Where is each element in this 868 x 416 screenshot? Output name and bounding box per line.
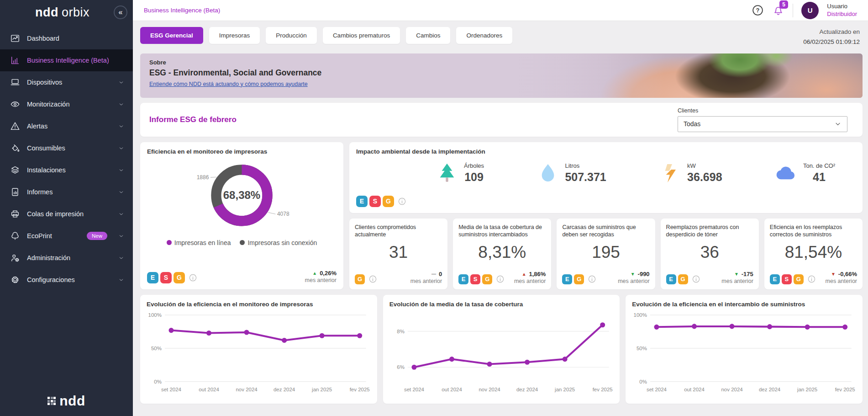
svg-text:nov 2024: nov 2024	[479, 386, 500, 392]
chevron-down-icon	[118, 189, 125, 196]
sidebar-item-informes[interactable]: Informes	[0, 181, 133, 203]
chevron-down-icon	[118, 233, 125, 240]
tab-impresoras[interactable]: Impresoras	[209, 27, 260, 44]
kpi-value: 36	[666, 243, 753, 262]
sidebar-collapse-button[interactable]: «	[114, 5, 127, 19]
sidebar-item-dashboard[interactable]: Dashboard	[0, 27, 133, 49]
metric-label: Árboles	[464, 162, 484, 169]
tree-filled-icon	[436, 162, 458, 184]
line-chart: 0%50%100%set 2024out 2024nov 2024dez 202…	[147, 309, 371, 395]
sidebar-item-colas-de-impresion[interactable]: Colas de impresión	[0, 203, 133, 225]
esg-badge-g: G	[355, 274, 365, 284]
sidebar-item-business-intelligence[interactable]: Business Intelligence (Beta)	[0, 49, 133, 71]
banner-link[interactable]: Entiende cómo NDD está actuando y cómo p…	[149, 81, 308, 87]
kpi-esg-badges: ESG	[770, 274, 816, 284]
sidebar-item-ecoprint[interactable]: EcoPrintNew	[0, 225, 133, 247]
kpi-value: 195	[562, 243, 649, 262]
sidebar-item-label: Configuraciones	[27, 276, 111, 283]
esg-badge-e: E	[356, 196, 368, 207]
sidebar-item-label: Consumibles	[27, 144, 111, 152]
esg-badge-g: G	[383, 196, 394, 207]
metric-value: 36.698	[687, 171, 722, 184]
line-chart-card: Evolución de la eficiencia en el interca…	[626, 295, 863, 404]
kpi-esg-badges: EG	[666, 274, 700, 284]
sidebar-item-instalaciones[interactable]: Instalaciones	[0, 159, 133, 181]
kpi-title: Reemplazos prematuros con desperdicio de…	[666, 224, 753, 239]
tabs-row: ESG GerencialImpresorasProducciónCambios…	[140, 27, 863, 48]
alert-triangle-icon	[10, 121, 20, 131]
dashboard-icon	[10, 33, 20, 43]
info-icon[interactable]	[398, 197, 406, 206]
tab-cambios[interactable]: Cambios	[406, 27, 450, 44]
svg-text:nov 2024: nov 2024	[721, 386, 743, 392]
svg-text:nov 2024: nov 2024	[236, 386, 258, 392]
tab-ordenadores[interactable]: Ordenadores	[456, 27, 512, 44]
app-logo: nddorbix	[11, 5, 114, 20]
trend: ▼-175 mes anterior	[721, 271, 753, 284]
legend-item: Impresoras sin conexión	[240, 239, 317, 246]
sidebar-item-label: Instalaciones	[27, 166, 111, 174]
tab-producci-n[interactable]: Producción	[266, 27, 317, 44]
info-icon[interactable]	[588, 275, 596, 283]
info-icon[interactable]	[692, 275, 700, 283]
banner-title: ESG - Environmental, Social and Governan…	[149, 68, 853, 78]
chevron-down-icon	[118, 123, 125, 130]
notifications-bell-icon[interactable]: 5	[772, 4, 784, 16]
esg-badge-s: S	[470, 274, 480, 284]
kpi-footer: G —0 mes anterior	[355, 271, 442, 284]
help-icon[interactable]: ?	[752, 4, 764, 16]
last-updated-label: Actualizado en	[803, 27, 860, 37]
svg-text:out 2024: out 2024	[199, 386, 219, 392]
svg-text:set 2024: set 2024	[404, 386, 425, 392]
svg-text:out 2024: out 2024	[684, 386, 705, 392]
metric-label: kW	[687, 162, 722, 169]
trend-label: mes anterior	[514, 278, 546, 284]
sidebar-item-configuraciones[interactable]: Configuraciones	[0, 269, 133, 291]
clients-select[interactable]: Todas	[678, 116, 847, 132]
gear-icon	[10, 275, 20, 285]
svg-text:jan 2025: jan 2025	[797, 386, 817, 392]
trend-down-icon: ▼	[631, 272, 635, 277]
trend-down-icon: ▼	[734, 272, 739, 277]
tab-esg-gerencial[interactable]: ESG Gerencial	[140, 27, 203, 44]
sidebar-item-monitorizacion[interactable]: Monitorización	[0, 93, 133, 115]
sidebar-item-alertas[interactable]: Alertas	[0, 115, 133, 137]
chart-title: Evolución de la media de la tasa de cobe…	[389, 301, 614, 308]
ink-drop-icon	[10, 143, 20, 153]
topbar-divider	[793, 4, 793, 17]
user-menu[interactable]: Usuario Distribuidor	[827, 3, 857, 18]
printer-icon	[10, 209, 20, 219]
trend-label: mes anterior	[721, 278, 753, 284]
sidebar-item-dispositivos[interactable]: Dispositivos	[0, 71, 133, 93]
info-icon[interactable]	[368, 275, 377, 283]
user-name: Usuario	[827, 3, 857, 11]
donut-card-footer: ESG ▲0,26% mes anterior	[147, 270, 337, 283]
trend-value: -990	[638, 271, 650, 277]
chart-title: Evolución de la eficiencia en el interca…	[632, 301, 856, 308]
svg-text:1886: 1886	[197, 174, 209, 180]
right-column: Impacto ambiental desde la implementació…	[349, 142, 863, 289]
bar-chart-icon	[10, 55, 20, 65]
avatar[interactable]: U	[801, 2, 819, 19]
laptop-icon	[10, 77, 20, 87]
sidebar-footer-logo: ndd	[0, 393, 133, 409]
kpi-value: 31	[355, 243, 442, 262]
esg-badge-e: E	[147, 272, 158, 283]
info-icon[interactable]	[496, 275, 505, 283]
report-icon	[10, 187, 20, 197]
sidebar-nav: DashboardBusiness Intelligence (Beta)Dis…	[0, 27, 133, 291]
content: ESG GerencialImpresorasProducciónCambios…	[133, 21, 868, 416]
sidebar-item-consumibles[interactable]: Consumibles	[0, 137, 133, 159]
kpi-card: Carcasas de suministros que deben ser re…	[557, 219, 655, 289]
svg-text:fev 2025: fev 2025	[835, 386, 855, 392]
sidebar-item-administracion[interactable]: Administración	[0, 247, 133, 269]
kpi-title: Clientes comprometidos actualmente	[355, 224, 442, 239]
svg-text:0%: 0%	[640, 379, 647, 384]
info-icon[interactable]	[807, 275, 816, 283]
metric-value: 109	[464, 171, 484, 184]
tabs: ESG GerencialImpresorasProducciónCambios…	[140, 27, 512, 44]
info-icon[interactable]	[189, 273, 197, 282]
tab-cambios-prematuros[interactable]: Cambios prematuros	[323, 27, 400, 44]
chevron-down-icon	[118, 167, 125, 174]
legend-item: Impresoras en línea	[167, 239, 231, 246]
